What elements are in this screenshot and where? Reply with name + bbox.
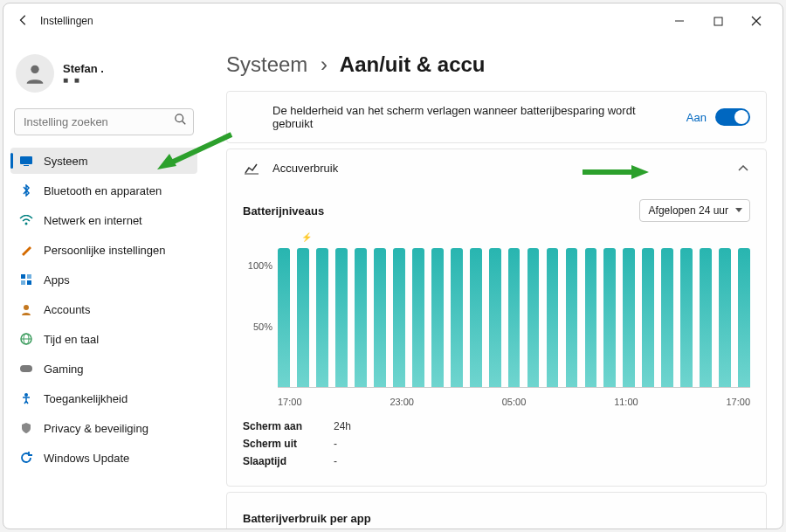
sidebar-item-update[interactable]: Windows Update — [10, 445, 197, 471]
screen-on-value: 24h — [334, 420, 351, 432]
sidebar-item-privacy[interactable]: Privacy & beveiliging — [10, 415, 197, 441]
screen-on-label: Scherm aan — [243, 420, 313, 432]
search-input[interactable] — [14, 108, 194, 135]
breadcrumb: Systeem › Aan/uit & accu — [226, 52, 767, 77]
chart-bar[interactable] — [585, 248, 597, 387]
minimize-button[interactable] — [660, 7, 699, 35]
svg-rect-11 — [27, 274, 31, 279]
chart-bar[interactable] — [278, 248, 290, 387]
shield-icon — [19, 421, 33, 435]
x-axis: 17:0023:0005:0011:0017:00 — [278, 393, 750, 407]
sidebar-item-network[interactable]: Netwerk en internet — [10, 207, 197, 233]
minimize-icon — [674, 16, 685, 26]
svg-rect-18 — [20, 365, 32, 372]
chart-bar[interactable] — [297, 248, 309, 387]
arrow-left-icon — [17, 14, 30, 26]
sleep-value: - — [334, 455, 337, 467]
sidebar-item-time[interactable]: Tijd en taal — [10, 326, 197, 352]
chart-bar[interactable] — [719, 248, 731, 387]
maximize-button[interactable] — [699, 7, 737, 35]
chart-bar[interactable] — [393, 248, 405, 387]
per-app-usage-card: Batterijverbruik per app Sorteren op: Al… — [226, 492, 767, 529]
chart-bar[interactable] — [316, 248, 328, 387]
user-name: Stefan . — [63, 62, 104, 75]
user-sub: ■ ■ — [63, 75, 104, 85]
gaming-icon — [19, 362, 33, 376]
sidebar-item-label: Netwerk en internet — [44, 214, 142, 227]
battery-levels-chart: 100% 50% ⚡ — [243, 231, 750, 388]
chart-bar[interactable] — [566, 248, 578, 387]
sidebar-item-label: Persoonlijke instellingen — [44, 244, 165, 257]
battery-usage-header[interactable]: Accuverbruik — [227, 149, 766, 187]
maximize-icon — [714, 17, 723, 26]
sidebar-item-label: Systeem — [44, 155, 88, 168]
chart-bar[interactable] — [680, 248, 693, 387]
brightness-saver-toggle[interactable] — [715, 108, 750, 126]
chart-bar[interactable] — [489, 248, 501, 387]
battery-usage-card: Accuverbruik Batterijniveaus Afgelopen 2… — [226, 149, 767, 487]
accessibility-icon — [19, 391, 33, 405]
x-tick: 17:00 — [278, 397, 390, 407]
chart-bar[interactable] — [603, 248, 616, 387]
chart-bar[interactable] — [661, 248, 673, 387]
chart-line-icon — [243, 162, 260, 175]
sidebar-item-apps[interactable]: Apps — [10, 266, 197, 293]
sidebar-item-accessibility[interactable]: Toegankelijkheid — [10, 385, 197, 411]
svg-rect-7 — [20, 156, 32, 164]
breadcrumb-system[interactable]: Systeem — [226, 52, 307, 76]
chart-bar[interactable] — [547, 248, 559, 387]
chart-bar[interactable] — [623, 248, 635, 387]
svg-rect-8 — [24, 165, 29, 166]
chart-bar[interactable] — [527, 248, 540, 387]
settings-window: Instellingen Stefan . ■ ■ Syst — [3, 3, 783, 529]
settings-search — [14, 108, 194, 135]
accounts-icon — [19, 302, 33, 316]
chart-bar[interactable] — [431, 248, 444, 387]
sidebar-item-label: Gaming — [44, 363, 84, 376]
sidebar-item-system[interactable]: Systeem — [10, 148, 197, 174]
brightness-saver-text: De helderheid van het scherm verlagen wa… — [272, 104, 674, 130]
chart-bar[interactable] — [508, 248, 521, 387]
window-title: Instellingen — [37, 15, 93, 27]
close-button[interactable] — [737, 7, 776, 35]
chevron-up-icon — [736, 162, 750, 175]
chart-bar[interactable] — [412, 248, 424, 387]
chart-bar[interactable] — [451, 248, 463, 387]
sidebar-item-label: Tijd en taal — [44, 333, 99, 346]
svg-line-6 — [183, 121, 186, 125]
page-title: Aan/uit & accu — [340, 52, 486, 76]
usage-stats: Scherm aan24h Scherm uit- Slaaptijd- — [243, 418, 750, 470]
time-range-dropdown[interactable]: Afgelopen 24 uur — [639, 199, 750, 222]
per-app-title: Batterijverbruik per app — [243, 512, 371, 525]
user-block[interactable]: Stefan . ■ ■ — [10, 47, 197, 105]
chart-bar[interactable] — [642, 248, 654, 387]
display-icon — [19, 154, 33, 168]
chart-bar[interactable] — [738, 248, 750, 387]
sidebar-item-bluetooth[interactable]: Bluetooth en apparaten — [10, 177, 197, 204]
paint-icon — [19, 243, 33, 257]
sidebar-item-accounts[interactable]: Accounts — [10, 296, 197, 322]
main-panel: Systeem › Aan/uit & accu De helderheid v… — [204, 38, 783, 529]
sleep-label: Slaaptijd — [243, 455, 313, 467]
chevron-right-icon: › — [321, 52, 328, 76]
sidebar-item-label: Bluetooth en apparaten — [44, 184, 162, 197]
svg-rect-13 — [27, 280, 31, 285]
svg-point-14 — [24, 305, 29, 310]
chart-bar[interactable] — [355, 248, 367, 387]
sidebar-item-personalization[interactable]: Persoonlijke instellingen — [10, 237, 197, 263]
time-range-value: Afgelopen 24 uur — [649, 204, 728, 217]
svg-point-4 — [31, 66, 38, 73]
chart-bar[interactable] — [335, 248, 348, 387]
search-icon — [175, 114, 187, 128]
x-tick: 23:00 — [390, 397, 501, 407]
chart-bar[interactable] — [700, 248, 712, 387]
chart-bar[interactable] — [374, 248, 386, 387]
wifi-icon — [19, 213, 33, 227]
back-button[interactable] — [10, 14, 37, 29]
x-tick: 11:00 — [614, 397, 726, 407]
update-icon — [19, 451, 33, 465]
sidebar-item-gaming[interactable]: Gaming — [10, 356, 197, 382]
chart-bar[interactable] — [470, 248, 482, 387]
bluetooth-icon — [19, 183, 33, 197]
apps-icon — [19, 273, 33, 287]
